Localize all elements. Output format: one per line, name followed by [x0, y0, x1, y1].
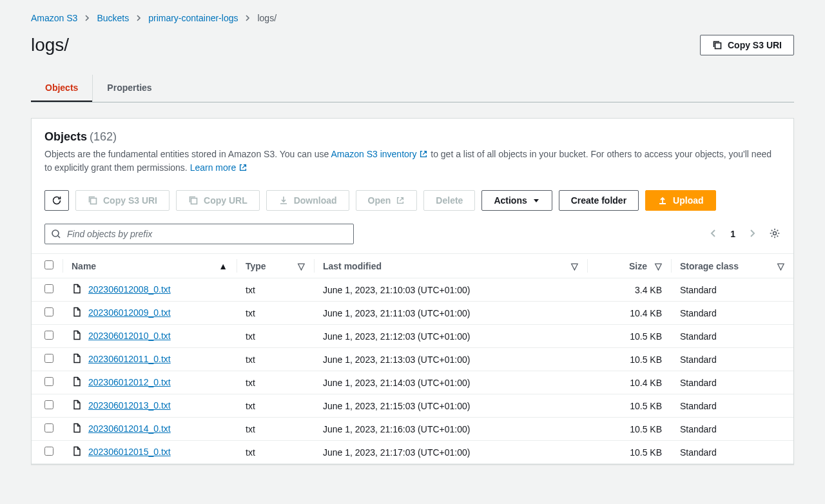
- object-link[interactable]: 202306012011_0.txt: [88, 354, 171, 364]
- object-link[interactable]: 202306012010_0.txt: [88, 331, 171, 341]
- copy-s3-uri-button[interactable]: Copy S3 URI: [75, 190, 170, 211]
- pager-prev-button[interactable]: [706, 226, 721, 243]
- cell-type: txt: [237, 394, 314, 418]
- table-row: 202306012013_0.txt txt June 1, 2023, 21:…: [32, 394, 793, 418]
- object-link[interactable]: 202306012012_0.txt: [88, 377, 171, 387]
- sort-icon: ▽: [298, 261, 305, 271]
- cell-name: 202306012015_0.txt: [63, 441, 237, 464]
- tabs: ObjectsProperties: [31, 75, 794, 102]
- delete-button[interactable]: Delete: [423, 190, 475, 211]
- refresh-button[interactable]: [44, 190, 69, 211]
- table-row: 202306012009_0.txt txt June 1, 2023, 21:…: [32, 302, 793, 325]
- search-box: [44, 224, 354, 244]
- open-button[interactable]: Open: [356, 190, 418, 211]
- inventory-link[interactable]: Amazon S3 inventory: [331, 149, 428, 159]
- upload-button[interactable]: Upload: [645, 190, 715, 211]
- breadcrumb: Amazon S3Bucketsprimary-container-logslo…: [31, 13, 794, 23]
- download-button[interactable]: Download: [266, 190, 349, 211]
- cell-size: 10.5 KB: [587, 394, 671, 418]
- tab-objects[interactable]: Objects: [31, 75, 92, 102]
- breadcrumb-link[interactable]: Buckets: [97, 13, 129, 23]
- cell-name: 202306012013_0.txt: [63, 394, 237, 418]
- file-icon: [72, 425, 82, 435]
- object-link[interactable]: 202306012009_0.txt: [88, 307, 171, 318]
- cell-name: 202306012014_0.txt: [63, 418, 237, 441]
- chevron-right-icon: [747, 228, 757, 238]
- upload-icon: [657, 195, 668, 206]
- sort-icon: ▽: [655, 261, 662, 271]
- sort-icon: ▽: [777, 261, 784, 271]
- file-icon: [72, 402, 82, 412]
- cell-name: 202306012008_0.txt: [63, 278, 237, 302]
- pager-next-button[interactable]: [744, 226, 760, 243]
- cell-storage-class: Standard: [671, 278, 793, 302]
- cell-name: 202306012010_0.txt: [63, 325, 237, 348]
- chevron-left-icon: [708, 228, 719, 238]
- cell-last-modified: June 1, 2023, 21:16:03 (UTC+01:00): [314, 418, 587, 441]
- download-icon: [278, 195, 289, 206]
- panel-count: (162): [90, 130, 117, 143]
- cell-type: txt: [237, 325, 314, 348]
- settings-button[interactable]: [769, 228, 781, 241]
- column-storage-class[interactable]: Storage class ▽: [671, 254, 793, 278]
- object-link[interactable]: 202306012015_0.txt: [88, 447, 171, 457]
- breadcrumb-link[interactable]: primary-container-logs: [148, 13, 238, 23]
- breadcrumb-current: logs/: [257, 13, 277, 23]
- select-all-checkbox[interactable]: [44, 260, 53, 269]
- copy-icon: [88, 195, 98, 206]
- pager: 1: [706, 226, 781, 243]
- file-icon: [72, 448, 82, 458]
- cell-size: 10.5 KB: [587, 441, 671, 464]
- external-link-icon: [419, 150, 428, 159]
- actions-button[interactable]: Actions: [481, 190, 552, 211]
- row-checkbox[interactable]: [44, 331, 53, 340]
- cell-last-modified: June 1, 2023, 21:10:03 (UTC+01:00): [314, 278, 587, 302]
- sort-asc-icon: ▲: [218, 261, 228, 271]
- search-icon: [51, 229, 61, 241]
- create-folder-label: Create folder: [571, 195, 626, 206]
- file-icon: [72, 332, 82, 342]
- cell-last-modified: June 1, 2023, 21:11:03 (UTC+01:00): [314, 302, 587, 325]
- download-label: Download: [294, 195, 337, 206]
- row-checkbox[interactable]: [44, 284, 53, 293]
- external-link-icon: [396, 196, 405, 205]
- search-input[interactable]: [44, 224, 354, 244]
- row-checkbox[interactable]: [44, 447, 53, 456]
- cell-name: 202306012009_0.txt: [63, 302, 237, 325]
- table-row: 202306012011_0.txt txt June 1, 2023, 21:…: [32, 348, 793, 371]
- object-link[interactable]: 202306012014_0.txt: [88, 423, 171, 434]
- cell-name: 202306012012_0.txt: [63, 371, 237, 394]
- column-type[interactable]: Type ▽: [237, 254, 314, 278]
- cell-last-modified: June 1, 2023, 21:15:03 (UTC+01:00): [314, 394, 587, 418]
- cell-size: 10.5 KB: [587, 325, 671, 348]
- breadcrumb-link[interactable]: Amazon S3: [31, 13, 77, 23]
- column-last-modified[interactable]: Last modified ▽: [314, 254, 587, 278]
- objects-panel: Objects (162) Objects are the fundamenta…: [31, 118, 794, 465]
- column-size[interactable]: Size ▽: [587, 254, 671, 278]
- copy-s3-uri-label: Copy S3 URI: [728, 40, 782, 50]
- file-icon: [72, 378, 82, 389]
- object-link[interactable]: 202306012008_0.txt: [88, 284, 171, 295]
- copy-s3-uri-label: Copy S3 URI: [103, 195, 157, 206]
- row-checkbox[interactable]: [44, 423, 53, 432]
- cell-type: txt: [237, 441, 314, 464]
- svg-rect-2: [191, 199, 197, 204]
- row-checkbox[interactable]: [44, 377, 53, 386]
- page-title: logs/: [31, 35, 69, 55]
- svg-point-4: [773, 231, 777, 235]
- file-icon: [72, 309, 82, 319]
- file-icon: [72, 286, 82, 296]
- row-checkbox[interactable]: [44, 307, 53, 316]
- create-folder-button[interactable]: Create folder: [559, 190, 639, 211]
- learn-more-link[interactable]: Learn more: [190, 162, 248, 173]
- tab-properties[interactable]: Properties: [92, 75, 166, 102]
- row-checkbox[interactable]: [44, 400, 53, 409]
- gear-icon: [769, 228, 781, 239]
- row-checkbox[interactable]: [44, 354, 53, 363]
- upload-label: Upload: [673, 195, 703, 206]
- cell-storage-class: Standard: [671, 348, 793, 371]
- copy-url-button[interactable]: Copy URL: [176, 190, 260, 211]
- copy-s3-uri-header-button[interactable]: Copy S3 URI: [700, 35, 794, 55]
- column-name[interactable]: Name ▲: [63, 254, 237, 278]
- object-link[interactable]: 202306012013_0.txt: [88, 400, 171, 411]
